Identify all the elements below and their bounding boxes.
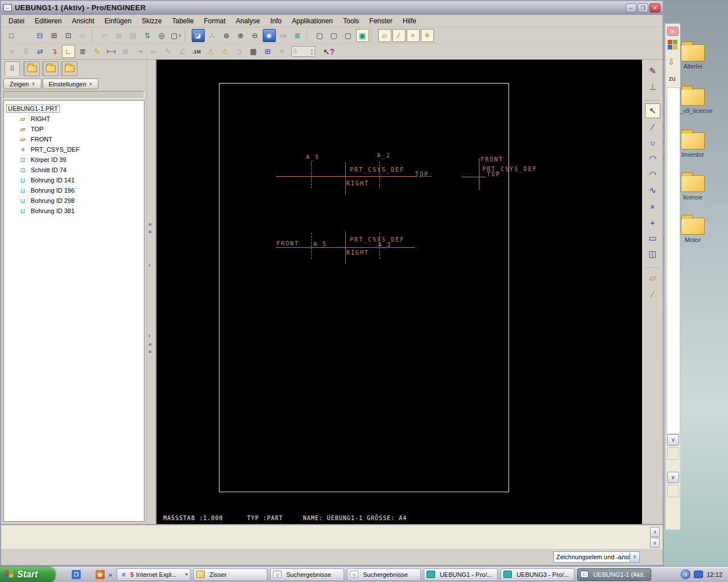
- arc-tool-icon[interactable]: ◠›: [645, 151, 660, 166]
- quicklaunch-ie-offline-icon[interactable]: [60, 570, 69, 579]
- tree-item[interactable]: FRONT: [6, 134, 144, 144]
- hand-note-icon[interactable]: ✎: [162, 45, 175, 58]
- rename-icon[interactable]: AB: [277, 29, 290, 42]
- shaded-display-icon[interactable]: ▣: [356, 29, 369, 42]
- selection-filter-combo[interactable]: Zeichnungselem und -ansic ∨: [553, 551, 640, 563]
- menu-item[interactable]: Ansicht: [67, 16, 99, 26]
- lock-model-icon[interactable]: ∟: [62, 45, 75, 58]
- no-hidden-icon[interactable]: ▢: [342, 29, 355, 42]
- titlebar[interactable]: ∟ UEBUNG1-1 (Aktiv) - Pro/ENGINEER – ❐ ✕: [1, 1, 663, 15]
- tree-item[interactable]: RIGHT: [6, 114, 144, 124]
- axis-label[interactable]: A_2: [377, 152, 391, 159]
- start-button[interactable]: Start: [0, 567, 55, 582]
- scroll-up-icon[interactable]: ∧: [650, 527, 660, 537]
- align-dimension-icon[interactable]: ⇥: [133, 45, 146, 58]
- search-binoculars-icon[interactable]: ◎: [155, 29, 168, 42]
- hide-icons-chevron[interactable]: «: [681, 569, 690, 579]
- plane-display-icon[interactable]: ▱: [378, 29, 391, 42]
- separator[interactable]: [185, 30, 189, 42]
- quicklaunch-ie-icon[interactable]: [84, 570, 93, 579]
- point-display-icon[interactable]: ×: [407, 29, 420, 42]
- line-tool-icon[interactable]: ∕›: [645, 119, 660, 134]
- favorites-tab[interactable]: [43, 61, 59, 76]
- menu-item[interactable]: Analyse: [231, 16, 266, 26]
- context-help-icon[interactable]: ↖?: [323, 47, 334, 56]
- connections-tab[interactable]: [62, 61, 77, 76]
- coordsys-tool-icon[interactable]: +: [645, 215, 660, 230]
- close-button[interactable]: ✕: [650, 3, 660, 13]
- network-icon[interactable]: [694, 571, 703, 578]
- cut-icon[interactable]: ✂: [98, 29, 111, 42]
- graphics-canvas[interactable]: A_5 A_2 PRT_CSYS_DEF TOP RIGHT FRONT PRT…: [156, 60, 642, 524]
- chevron-down-icon[interactable]: ∨: [630, 552, 639, 562]
- menu-item[interactable]: Hilfe: [398, 16, 421, 26]
- tree-item[interactable]: Bohrung ID 298: [6, 196, 144, 206]
- taskbar-button[interactable]: Suchergebnisse: [347, 568, 421, 581]
- scroll-down-icon[interactable]: ∨: [667, 434, 679, 446]
- close-icon[interactable]: ✕: [667, 27, 679, 36]
- taskbar-button[interactable]: UEBUNG1 - Pro/...: [424, 568, 498, 581]
- axis-label[interactable]: A_2: [378, 242, 392, 248]
- menu-item[interactable]: Einfügen: [100, 16, 136, 26]
- point-tool-icon[interactable]: ×: [645, 199, 660, 214]
- warning-icon[interactable]: ⚠: [204, 45, 217, 58]
- paste-icon[interactable]: ▤: [127, 29, 140, 42]
- shaded-view-icon[interactable]: ◪: [192, 29, 205, 42]
- menu-item[interactable]: Format: [199, 16, 231, 26]
- tree-item[interactable]: Bohrung ID 196: [6, 185, 144, 196]
- text-style-icon[interactable]: A≡: [147, 45, 160, 58]
- mirror-tool-icon[interactable]: ◫: [645, 247, 660, 261]
- print-icon[interactable]: ⊞: [48, 29, 61, 42]
- model-tree-tab[interactable]: ⠿: [5, 61, 20, 76]
- datum-label[interactable]: TOP: [487, 171, 500, 177]
- separator[interactable]: [646, 95, 660, 101]
- scroll-down-icon[interactable]: ∨: [650, 538, 660, 548]
- menu-item[interactable]: Tools: [338, 16, 364, 26]
- print-lock-icon[interactable]: ⊡: [62, 29, 75, 42]
- taskbar-button[interactable]: UEBUNG1-1 (Akti...: [577, 568, 651, 581]
- move-view-icon[interactable]: ⊞: [119, 45, 132, 58]
- layers-icon[interactable]: ≣: [291, 29, 304, 42]
- tree-item[interactable]: Schnitt ID 74: [6, 165, 144, 175]
- constraint-icon[interactable]: ⊥: [645, 80, 660, 94]
- refresh-icon[interactable]: ⇄: [34, 45, 47, 58]
- email-icon[interactable]: ▭: [76, 29, 89, 42]
- separator[interactable]: [371, 30, 376, 42]
- taskbar-button[interactable]: UEBUNG3 - Pro/...: [500, 568, 574, 581]
- menu-item[interactable]: Fenster: [364, 16, 398, 26]
- filter-lines-icon[interactable]: ≡: [275, 45, 288, 58]
- axis-display-icon[interactable]: ⁄: [392, 29, 406, 42]
- menu-item[interactable]: Info: [265, 16, 287, 26]
- taskbar-button[interactable]: Zisser: [193, 568, 267, 581]
- csys-display-icon[interactable]: ✳: [421, 29, 434, 42]
- regenerate-list-icon[interactable]: ⇅: [141, 29, 154, 42]
- separator[interactable]: [646, 263, 660, 268]
- open-folder-icon[interactable]: [19, 29, 32, 42]
- table-icon[interactable]: ▦: [247, 45, 260, 58]
- tree-item[interactable]: PRT_CSYS_DEF: [6, 144, 144, 155]
- layout-icon[interactable]: ⊐: [233, 45, 246, 58]
- dimension-icon[interactable]: ⊢⊣: [105, 45, 118, 58]
- csys-label[interactable]: PRT_CSYS_DEF: [350, 167, 404, 173]
- fillet-tool-icon[interactable]: ◠: [645, 167, 660, 182]
- separator[interactable]: [92, 30, 96, 42]
- zoom-in-icon[interactable]: ⊕: [234, 29, 247, 42]
- datum-label[interactable]: RIGHT: [346, 250, 369, 256]
- regenerate-icon[interactable]: ↴: [48, 45, 61, 58]
- tree-item[interactable]: Bohrung ID 141: [6, 175, 144, 185]
- resize-grip[interactable]: [667, 447, 679, 460]
- tree-item[interactable]: Bohrung ID 381: [6, 206, 144, 216]
- spline-tool-icon[interactable]: ∿: [645, 183, 660, 198]
- minimize-button[interactable]: –: [626, 3, 636, 13]
- select-arrow-icon[interactable]: ↖: [645, 103, 660, 118]
- restore-button[interactable]: ❐: [638, 3, 648, 13]
- datum-network-icon[interactable]: ∴: [206, 29, 219, 42]
- datum-plane-tool-icon[interactable]: ▱: [645, 271, 660, 285]
- scale-icon[interactable]: .1M: [190, 45, 203, 58]
- taskbar-button[interactable]: Suchergebnisse: [270, 568, 344, 581]
- axis-label[interactable]: A_5: [313, 241, 327, 247]
- datum-label[interactable]: FRONT: [481, 156, 503, 163]
- sketch-dimension-icon[interactable]: ✎: [645, 64, 660, 78]
- overflow-chevron-icon[interactable]: »: [109, 571, 112, 578]
- zoom-window-icon[interactable]: ◉: [263, 29, 276, 42]
